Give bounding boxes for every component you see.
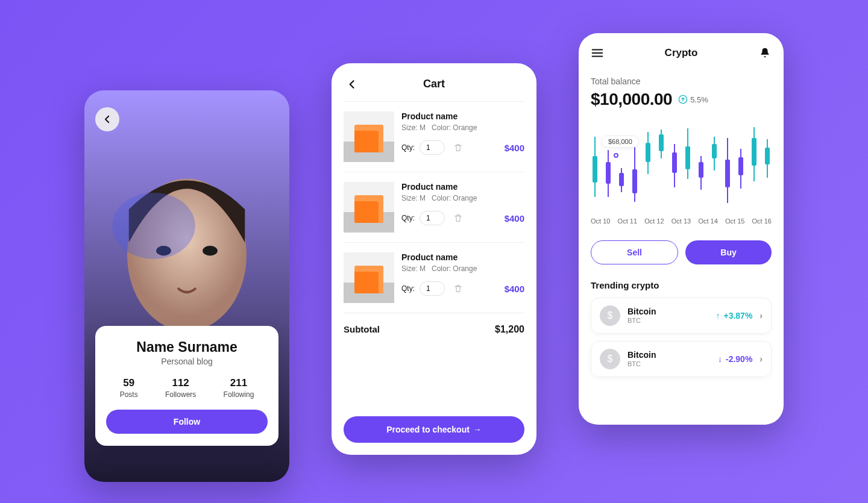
follow-button[interactable]: Follow bbox=[106, 410, 268, 434]
candle bbox=[764, 126, 770, 210]
stat-label: Posts bbox=[120, 390, 138, 399]
bell-icon[interactable] bbox=[758, 46, 772, 60]
product-meta: Size: M Color: Orange bbox=[401, 123, 524, 132]
dollar-icon: $ bbox=[600, 305, 620, 326]
follow-label: Follow bbox=[174, 417, 200, 426]
back-button[interactable] bbox=[344, 76, 360, 93]
stat-value: 112 bbox=[165, 377, 196, 389]
stat-following[interactable]: 211 Following bbox=[224, 377, 254, 399]
stat-followers[interactable]: 112 Followers bbox=[165, 377, 196, 399]
candle bbox=[592, 126, 598, 210]
candle bbox=[711, 126, 717, 210]
profile-screen: Name Surname Personal blog 59 Posts 112 … bbox=[84, 90, 289, 482]
qty-stepper[interactable]: 1 bbox=[420, 281, 445, 296]
chart-tooltip-dot bbox=[614, 153, 618, 158]
xaxis-tick: Oct 13 bbox=[671, 217, 691, 225]
xaxis-tick: Oct 15 bbox=[725, 217, 744, 225]
chevron-right-icon: › bbox=[760, 311, 763, 320]
qty-label: Qty: bbox=[401, 143, 415, 152]
checkout-label: Proceed to checkout bbox=[386, 425, 470, 434]
chart-xaxis: Oct 10Oct 11Oct 12Oct 13Oct 14Oct 15Oct … bbox=[591, 217, 772, 225]
candle bbox=[671, 126, 678, 210]
arrow-up-circle-icon bbox=[678, 95, 688, 104]
balance-row: $10,000.00 5.5% bbox=[591, 90, 772, 109]
candle bbox=[698, 126, 704, 210]
arrow-down-icon: ↓ bbox=[718, 354, 722, 364]
coin-name: Bitcoin bbox=[627, 351, 656, 360]
cart-header: Cart bbox=[344, 78, 524, 90]
profile-bio: Personal blog bbox=[106, 357, 268, 366]
subtotal-label: Subtotal bbox=[344, 324, 380, 335]
coin-card[interactable]: $BitcoinBTC↑+3.87%› bbox=[591, 298, 772, 334]
chevron-right-icon: › bbox=[760, 354, 763, 364]
qty-stepper[interactable]: 1 bbox=[420, 140, 445, 155]
candlestick-chart[interactable]: $68,000 bbox=[591, 126, 772, 210]
xaxis-tick: Oct 11 bbox=[618, 217, 637, 225]
balance-label: Total balance bbox=[591, 77, 772, 86]
product-thumbnail bbox=[344, 111, 394, 162]
cart-screen: Cart Product nameSize: M Color: OrangeQt… bbox=[332, 63, 536, 455]
sell-button[interactable]: Sell bbox=[591, 240, 678, 264]
crypto-header: Crypto bbox=[591, 46, 772, 60]
coin-change: ↑+3.87%› bbox=[715, 311, 763, 320]
stat-posts[interactable]: 59 Posts bbox=[120, 377, 138, 399]
checkout-button[interactable]: Proceed to checkout → bbox=[344, 416, 524, 443]
product-name: Product name bbox=[401, 111, 524, 121]
menu-icon[interactable] bbox=[591, 46, 604, 60]
subtotal-row: Subtotal $1,200 bbox=[344, 313, 524, 339]
stat-value: 211 bbox=[224, 377, 254, 389]
back-button[interactable] bbox=[95, 107, 119, 131]
page-title: Crypto bbox=[665, 47, 698, 59]
stat-label: Followers bbox=[165, 390, 196, 399]
candle bbox=[751, 126, 757, 210]
balance-change-value: 5.5% bbox=[690, 95, 708, 104]
candle bbox=[658, 126, 664, 210]
stat-value: 59 bbox=[120, 377, 138, 389]
product-thumbnail bbox=[344, 252, 394, 303]
xaxis-tick: Oct 14 bbox=[698, 217, 717, 225]
candle bbox=[725, 126, 731, 210]
product-thumbnail bbox=[344, 182, 394, 233]
product-meta: Size: M Color: Orange bbox=[401, 264, 524, 273]
cart-item: Product nameSize: M Color: OrangeQty:1$4… bbox=[344, 172, 524, 243]
arrow-up-icon: ↑ bbox=[715, 311, 720, 320]
coin-change: ↓-2.90%› bbox=[718, 354, 763, 364]
xaxis-tick: Oct 10 bbox=[591, 217, 610, 225]
buy-button[interactable]: Buy bbox=[685, 240, 772, 264]
trash-icon[interactable] bbox=[453, 213, 463, 223]
cart-items: Product nameSize: M Color: OrangeQty:1$4… bbox=[344, 101, 524, 313]
coin-card[interactable]: $BitcoinBTC↓-2.90%› bbox=[591, 341, 772, 377]
profile-card: Name Surname Personal blog 59 Posts 112 … bbox=[95, 326, 278, 446]
coin-symbol: BTC bbox=[627, 317, 656, 324]
xaxis-tick: Oct 12 bbox=[644, 217, 664, 225]
subtotal-value: $1,200 bbox=[495, 324, 524, 335]
arrow-left-icon bbox=[102, 114, 113, 125]
trash-icon[interactable] bbox=[453, 143, 463, 152]
trending-title: Trending crypto bbox=[591, 280, 772, 290]
item-price: $400 bbox=[505, 143, 524, 153]
trash-icon[interactable] bbox=[453, 284, 463, 293]
arrow-right-icon: → bbox=[473, 425, 482, 434]
candle bbox=[645, 126, 651, 210]
candle bbox=[738, 126, 744, 210]
page-title: Cart bbox=[423, 78, 445, 90]
arrow-left-icon bbox=[346, 78, 358, 90]
qty-label: Qty: bbox=[401, 214, 415, 222]
svg-point-2 bbox=[203, 246, 218, 256]
item-price: $400 bbox=[505, 284, 524, 294]
chart-tooltip: $68,000 bbox=[602, 136, 639, 148]
product-name: Product name bbox=[401, 252, 524, 262]
buy-label: Buy bbox=[720, 248, 736, 257]
crypto-screen: Crypto Total balance $10,000.00 5.5% $68… bbox=[579, 33, 784, 425]
balance-change: 5.5% bbox=[678, 95, 708, 104]
sell-label: Sell bbox=[627, 248, 642, 257]
profile-name: Name Surname bbox=[106, 339, 268, 355]
cart-item: Product nameSize: M Color: OrangeQty:1$4… bbox=[344, 243, 524, 313]
product-name: Product name bbox=[401, 182, 524, 192]
candle bbox=[685, 126, 691, 210]
item-price: $400 bbox=[505, 213, 524, 223]
qty-stepper[interactable]: 1 bbox=[420, 211, 445, 225]
svg-point-3 bbox=[112, 193, 195, 259]
dollar-icon: $ bbox=[600, 349, 620, 369]
cart-item: Product nameSize: M Color: OrangeQty:1$4… bbox=[344, 102, 524, 172]
